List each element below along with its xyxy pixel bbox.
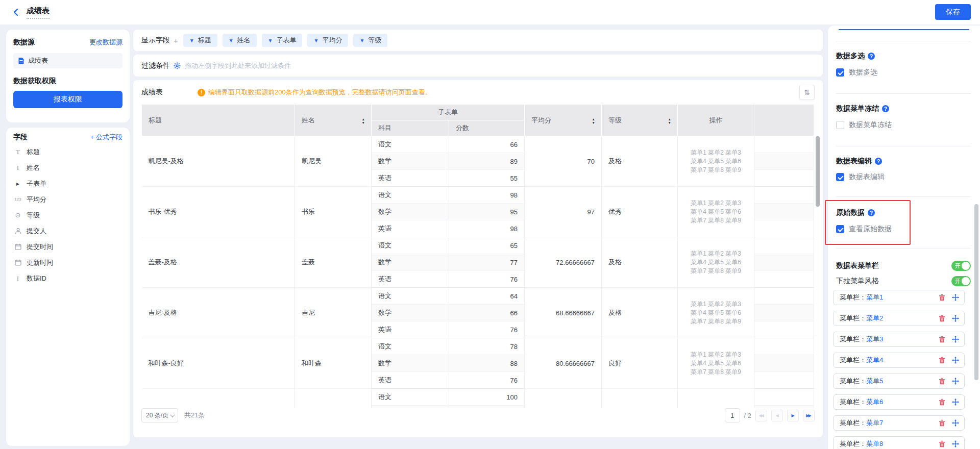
field-item-submit-time[interactable]: 提交时间 [13, 239, 125, 255]
question-circle-icon[interactable] [882, 105, 889, 112]
field-item-average[interactable]: 平均分 [13, 191, 125, 207]
table-edit-checkbox[interactable]: 数据表编辑 [836, 172, 885, 182]
menu-item-row[interactable]: 菜单栏： 菜单2 [833, 311, 965, 326]
move-icon[interactable] [952, 378, 959, 385]
menu-item-row[interactable]: 菜单栏： 菜单3 [833, 332, 965, 347]
panel-scrollbar-thumb[interactable] [974, 204, 978, 380]
menu-item-link[interactable]: 菜单4 [866, 356, 883, 365]
action-menu-links[interactable]: 菜单7 菜单8 菜单9 [681, 368, 751, 377]
menu-freeze-checkbox[interactable]: 数据菜单冻结 [836, 120, 892, 130]
sort-icon[interactable] [592, 117, 595, 124]
field-tag-average[interactable]: 平均分 [307, 34, 348, 47]
checkbox-checked-icon[interactable] [836, 68, 844, 77]
page-number-input[interactable]: 1 [725, 408, 740, 422]
move-icon[interactable] [952, 315, 959, 322]
move-icon[interactable] [952, 440, 959, 447]
trash-icon[interactable] [939, 378, 945, 385]
toggle-on[interactable]: 开 [951, 261, 971, 271]
menu-item-row[interactable]: 菜单栏： 菜单7 [833, 415, 965, 431]
menu-item-link[interactable]: 菜单2 [866, 314, 883, 323]
trash-icon[interactable] [939, 315, 945, 322]
back-icon[interactable] [11, 7, 21, 17]
menu-item-row[interactable]: 菜单栏： 菜单4 [833, 353, 965, 368]
datasource-item[interactable]: 成绩表 [13, 53, 122, 68]
move-icon[interactable] [952, 398, 959, 406]
column-header-title[interactable]: 标题 [142, 105, 295, 136]
action-menu-links[interactable]: 菜单7 菜单8 菜单9 [681, 166, 751, 174]
trash-icon[interactable] [939, 398, 945, 406]
menu-item-link[interactable]: 菜单5 [866, 377, 883, 386]
move-icon[interactable] [952, 357, 959, 364]
gear-icon[interactable] [174, 62, 181, 69]
field-item-name[interactable]: 姓名 [13, 160, 125, 176]
field-item-grade[interactable]: 等级 [13, 207, 125, 223]
menu-item-link[interactable]: 菜单3 [866, 335, 883, 344]
menu-item-link[interactable]: 菜单7 [866, 418, 883, 428]
trash-icon[interactable] [939, 419, 945, 427]
page-title[interactable]: 成绩表 [27, 6, 50, 19]
datasource-card: 数据源 更改数据源 成绩表 数据获取权限 报表权限 [6, 30, 130, 122]
action-menu-links[interactable]: 菜单4 菜单5 菜单6 [681, 258, 751, 267]
field-tag-name[interactable]: 姓名 [223, 34, 257, 47]
menu-item-link[interactable]: 菜单1 [866, 293, 883, 302]
save-button[interactable]: 保存 [935, 4, 971, 20]
action-menu-links[interactable]: 菜单4 菜单5 菜单6 [681, 359, 751, 368]
menu-item-link[interactable]: 菜单6 [866, 397, 883, 407]
menu-item-row[interactable]: 菜单栏： 菜单1 [833, 290, 965, 305]
question-circle-icon[interactable] [875, 158, 882, 165]
next-page-button[interactable] [787, 410, 799, 421]
action-menu-links[interactable]: 菜单4 菜单5 菜单6 [681, 309, 751, 317]
field-tag-grade[interactable]: 等级 [353, 34, 387, 47]
checkbox-checked-icon[interactable] [836, 173, 844, 181]
field-item-update-time[interactable]: 更新时间 [13, 255, 125, 270]
move-icon[interactable] [952, 336, 959, 343]
trash-icon[interactable] [939, 336, 945, 343]
action-menu-links[interactable]: 菜单1 菜单2 菜单3 [681, 351, 751, 359]
add-formula-field-link[interactable]: + 公式字段 [90, 133, 122, 142]
table-scrollbar-thumb[interactable] [816, 136, 820, 207]
plus-icon[interactable] [174, 36, 178, 45]
question-circle-icon[interactable] [868, 53, 875, 60]
change-datasource-link[interactable]: 更改数据源 [89, 38, 122, 47]
move-icon[interactable] [952, 419, 959, 427]
checkbox-unchecked-icon[interactable] [836, 121, 844, 129]
column-header-average[interactable]: 平均分 [525, 105, 602, 136]
action-menu-links[interactable]: 菜单4 菜单5 菜单6 [681, 208, 751, 216]
sort-icon[interactable] [668, 117, 671, 124]
action-menu-links[interactable]: 菜单1 菜单2 菜单3 [681, 250, 751, 258]
trash-icon[interactable] [939, 440, 945, 447]
field-item-subform[interactable]: 子表单 [13, 176, 125, 191]
action-menu-links[interactable]: 菜单1 菜单2 菜单3 [681, 300, 751, 309]
trash-icon[interactable] [939, 294, 945, 301]
menu-item-link[interactable]: 菜单8 [866, 439, 883, 448]
toggle-on[interactable]: 开 [951, 276, 971, 286]
menu-item-row[interactable]: 菜单栏： 菜单6 [833, 394, 965, 410]
report-permission-button[interactable]: 报表权限 [13, 91, 122, 108]
menu-item-row[interactable]: 菜单栏： 菜单8 [833, 436, 965, 449]
page-size-select[interactable]: 20 条/页 [141, 408, 178, 422]
custom-sort-button[interactable] [799, 85, 815, 100]
trash-icon[interactable] [939, 357, 945, 364]
action-menu-links[interactable]: 菜单7 菜单8 菜单9 [681, 317, 751, 326]
menu-item-row[interactable]: 菜单栏： 菜单5 [833, 373, 965, 389]
action-menu-links[interactable]: 菜单1 菜单2 菜单3 [681, 199, 751, 208]
field-tag-title[interactable]: 标题 [183, 34, 217, 47]
field-item-title[interactable]: 标题 [13, 144, 125, 160]
action-menu-links[interactable]: 菜单4 菜单5 菜单6 [681, 157, 751, 166]
subform-expand-icon[interactable] [13, 180, 22, 187]
action-menu-links[interactable]: 菜单7 菜单8 菜单9 [681, 267, 751, 276]
last-page-button[interactable] [803, 410, 815, 421]
field-item-data-id[interactable]: 数据ID [13, 270, 125, 286]
move-icon[interactable] [952, 294, 959, 301]
action-menu-links[interactable]: 菜单1 菜单2 菜单3 [681, 148, 751, 157]
prev-page-button[interactable] [771, 410, 783, 421]
first-page-button[interactable] [755, 410, 767, 421]
field-tag-subform[interactable]: 子表单 [262, 34, 303, 47]
column-header-name[interactable]: 姓名 [295, 105, 372, 136]
multi-select-checkbox[interactable]: 数据多选 [836, 68, 877, 77]
filter-bar[interactable]: 过滤条件 拖动左侧字段到此处来添加过滤条件 [133, 55, 823, 77]
sort-icon[interactable] [362, 117, 365, 124]
field-item-submitter[interactable]: 提交人 [13, 223, 125, 239]
action-menu-links[interactable]: 菜单7 菜单8 菜单9 [681, 216, 751, 225]
column-header-grade[interactable]: 等级 [602, 105, 678, 136]
